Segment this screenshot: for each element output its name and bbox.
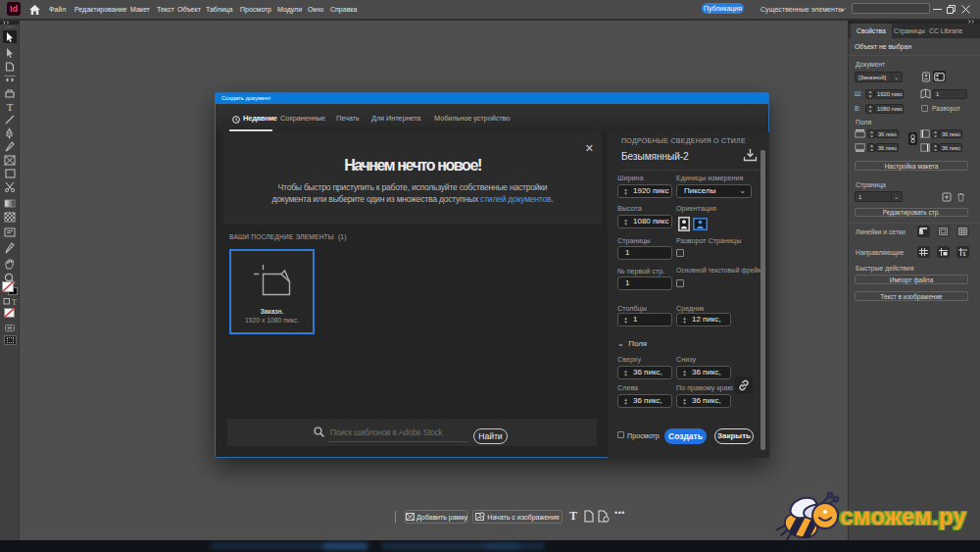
svg-text:$: $ [963, 251, 966, 257]
svg-text:T: T [12, 298, 17, 306]
